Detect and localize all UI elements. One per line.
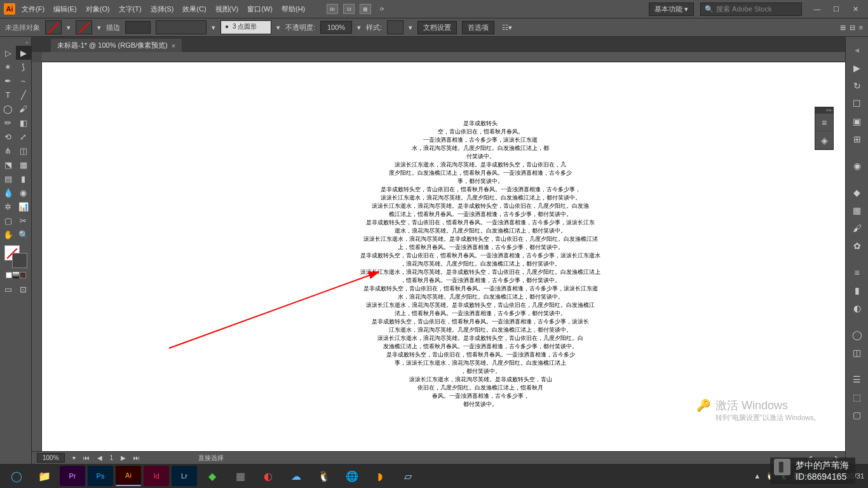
minimize-icon[interactable]: — bbox=[808, 3, 826, 15]
taskbar-app2-icon[interactable]: ▦ bbox=[227, 466, 253, 486]
asset-export-icon[interactable]: ⬚ bbox=[848, 389, 867, 405]
zoom-level[interactable]: 100% bbox=[37, 453, 65, 463]
taskbar-indesign-icon[interactable]: Id bbox=[144, 466, 169, 486]
canvas[interactable]: 是非成败转头 空，青山依旧在，惯看秋月春风。 一壶浊酒喜相逢，古今多少事，滚滚长… bbox=[42, 62, 845, 451]
nav-last-icon[interactable]: ⏭ bbox=[133, 454, 140, 461]
taskbar-illustrator-icon[interactable]: Ai bbox=[116, 466, 141, 486]
taskbar-lightroom-icon[interactable]: Lr bbox=[172, 466, 197, 486]
taskbar-app1-icon[interactable]: ◆ bbox=[200, 466, 225, 486]
profile-swatch[interactable]: ●3 点圆形 bbox=[220, 20, 271, 34]
ruler-vertical[interactable] bbox=[32, 62, 42, 451]
graph-tool[interactable]: 📊 bbox=[16, 200, 31, 214]
collapse-icon[interactable]: « bbox=[25, 39, 31, 46]
curvature-tool[interactable]: ~ bbox=[16, 74, 31, 88]
taskbar-app3-icon[interactable]: ◐ bbox=[255, 466, 281, 486]
brush-tool[interactable]: 🖌 bbox=[16, 102, 31, 116]
blend-tool[interactable]: ◉ bbox=[16, 186, 31, 200]
stock-icon[interactable]: St bbox=[343, 4, 355, 14]
brush-swatch[interactable] bbox=[156, 20, 207, 34]
symbol-sprayer-tool[interactable]: ✲ bbox=[1, 200, 16, 214]
arrange-icon[interactable]: ▦ bbox=[360, 4, 371, 14]
sync-icon[interactable]: ↻ bbox=[848, 78, 867, 94]
stroke-weight-input[interactable] bbox=[125, 21, 151, 34]
rotate-tool[interactable]: ⟲ bbox=[1, 130, 16, 144]
taskbar-app4-icon[interactable]: ☁ bbox=[283, 466, 309, 486]
symbols-icon[interactable]: ✿ bbox=[848, 238, 867, 254]
menu-select[interactable]: 选择(S) bbox=[151, 4, 174, 14]
layers-panel-icon[interactable]: ☰ bbox=[848, 371, 867, 388]
menu-file[interactable]: 文件(F) bbox=[22, 4, 44, 14]
taskbar-qq-icon[interactable]: 🐧 bbox=[311, 466, 337, 486]
menu-type[interactable]: 文字(T) bbox=[119, 4, 142, 14]
workspace-switcher[interactable]: 基本功能 ▾ bbox=[649, 3, 694, 16]
align-icon[interactable]: ☷▾ bbox=[502, 24, 512, 32]
hand-tool[interactable]: ✋ bbox=[1, 227, 16, 241]
gradient-panel-icon[interactable]: ▮ bbox=[848, 282, 867, 299]
artboard-tool[interactable]: ▢ bbox=[1, 214, 16, 227]
floating-panel[interactable]: « × ≡ ◈ bbox=[815, 107, 834, 150]
free-transform-tool[interactable]: ◫ bbox=[16, 144, 31, 158]
stroke-panel-icon[interactable]: ≡ bbox=[848, 264, 867, 281]
mesh-tool[interactable]: ▤ bbox=[1, 172, 16, 186]
taskbar-app5-icon[interactable]: ◗ bbox=[367, 466, 393, 486]
taskbar-photoshop-icon[interactable]: Ps bbox=[88, 466, 113, 486]
artboard-number[interactable]: 1 bbox=[110, 454, 114, 461]
color-mode-icons[interactable] bbox=[6, 272, 26, 278]
shape-builder-tool[interactable]: ⬔ bbox=[1, 158, 16, 172]
tray-up-icon[interactable]: ▲ bbox=[754, 472, 761, 480]
nav-first-icon[interactable]: ⏮ bbox=[83, 454, 90, 461]
direct-selection-tool[interactable]: ▶ bbox=[16, 46, 31, 60]
nav-prev-icon[interactable]: ◀ bbox=[97, 454, 102, 461]
transparency-icon[interactable]: ◐ bbox=[848, 300, 867, 316]
libraries-panel-icon[interactable]: ◈ bbox=[815, 132, 833, 149]
menu-help[interactable]: 帮助(H) bbox=[281, 4, 305, 14]
nav-next-icon[interactable]: ▶ bbox=[121, 454, 126, 461]
pen-tool[interactable]: ✒ bbox=[1, 74, 16, 88]
opacity-input[interactable] bbox=[320, 21, 352, 34]
maximize-icon[interactable]: ☐ bbox=[827, 3, 845, 15]
taskbar-explorer-icon[interactable]: 📁 bbox=[32, 466, 57, 486]
ruler-horizontal[interactable] bbox=[42, 52, 845, 62]
style-swatch[interactable] bbox=[387, 20, 403, 34]
panel-close-icon[interactable]: × bbox=[829, 107, 832, 114]
color-icon[interactable]: ◆ bbox=[848, 184, 867, 201]
brushes-icon[interactable]: 🖌 bbox=[848, 220, 867, 236]
selection-tool[interactable]: ▷ bbox=[1, 46, 16, 60]
search-stock[interactable]: 🔍搜索 Adobe Stock bbox=[700, 3, 802, 16]
gradient-tool[interactable]: ▮ bbox=[16, 172, 31, 186]
taskbar-app6-icon[interactable]: ▱ bbox=[395, 466, 421, 486]
taskbar-premiere-icon[interactable]: Pr bbox=[60, 466, 85, 486]
graphic-styles-icon[interactable]: ◫ bbox=[848, 344, 867, 361]
expand-panels-icon[interactable]: ◀ bbox=[848, 42, 867, 58]
gpu-icon[interactable]: ⟳ bbox=[376, 4, 388, 14]
taskbar-browser-icon[interactable]: ◯ bbox=[4, 466, 29, 486]
rectangle-tool[interactable]: ◯ bbox=[1, 102, 16, 116]
menu-edit[interactable]: 编辑(E) bbox=[53, 4, 77, 14]
scale-tool[interactable]: ⤢ bbox=[16, 130, 31, 144]
swatches-icon[interactable]: ▦ bbox=[848, 202, 867, 219]
eyedropper-tool[interactable]: 💧 bbox=[1, 186, 16, 200]
properties-panel-icon[interactable]: ≡ bbox=[815, 114, 833, 132]
menu-object[interactable]: 对象(O) bbox=[86, 4, 110, 14]
fill-swatch[interactable] bbox=[45, 20, 62, 34]
bridge-icon[interactable]: Br bbox=[327, 4, 338, 14]
lasso-tool[interactable]: ⟆ bbox=[16, 60, 31, 74]
menu-window[interactable]: 窗口(W) bbox=[247, 4, 273, 14]
stroke-swatch[interactable] bbox=[76, 20, 92, 34]
fill-stroke-swatch[interactable] bbox=[4, 245, 27, 268]
eraser-tool[interactable]: ◧ bbox=[16, 116, 31, 130]
change-screen-tool[interactable]: ⊡ bbox=[16, 282, 31, 296]
width-tool[interactable]: ⋔ bbox=[1, 144, 16, 158]
menu-view[interactable]: 视图(V) bbox=[215, 4, 239, 14]
layers-icon[interactable]: ☐ bbox=[848, 95, 867, 112]
taskbar-chrome-icon[interactable]: 🌐 bbox=[339, 466, 365, 486]
slice-tool[interactable]: ✂ bbox=[16, 214, 31, 227]
prefs-button[interactable]: 首选项 bbox=[462, 21, 494, 34]
line-tool[interactable]: ╱ bbox=[16, 88, 31, 102]
appearance-icon[interactable]: ◯ bbox=[848, 327, 867, 343]
type-tool[interactable]: T bbox=[1, 88, 16, 102]
close-icon[interactable]: ✕ bbox=[846, 3, 864, 15]
artboards-panel-icon[interactable]: ▢ bbox=[848, 407, 867, 423]
magic-wand-tool[interactable]: ✴ bbox=[1, 60, 16, 74]
properties-icon[interactable]: ▶ bbox=[848, 60, 867, 76]
